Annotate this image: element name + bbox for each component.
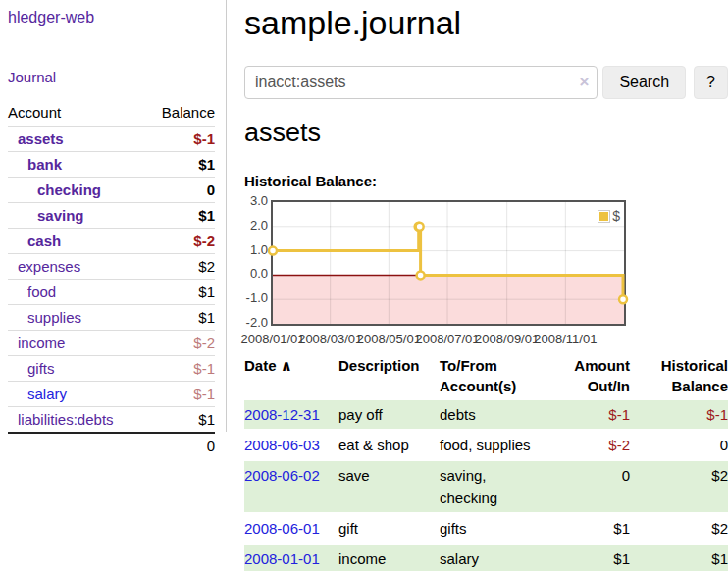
account-link[interactable]: assets [18, 130, 64, 147]
page-title: sample.journal [244, 4, 728, 42]
x-axis-tick-label: 2008/05/01 [357, 332, 421, 346]
register-row: 2008-06-01giftgifts$1$2 [244, 514, 728, 543]
chart-legend: $ [598, 208, 620, 224]
account-row: assets$-1 [8, 127, 215, 152]
account-balance: $2 [145, 254, 215, 280]
sidebar: hledger-web Journal Account Balance asse… [0, 0, 227, 432]
account-balance: $-2 [145, 229, 215, 254]
transaction-description: pay off [338, 400, 440, 429]
accounts-total-row: 0 [8, 433, 215, 458]
search-button[interactable]: Search [602, 66, 686, 99]
y-axis-tick-label: 2.0 [244, 218, 268, 233]
transaction-accounts: gifts [440, 514, 547, 543]
transaction-date-link[interactable]: 2008-01-01 [244, 550, 320, 567]
register-row: 2008-06-03eat & shopfood, supplies$-20 [244, 431, 728, 459]
clear-search-icon[interactable]: × [579, 73, 589, 92]
transaction-description: save [338, 461, 440, 512]
y-axis-tick-label: -2.0 [244, 315, 268, 330]
accounts-header-balance: Balance [145, 100, 215, 127]
sort-ascending-icon: ∧ [281, 357, 292, 374]
transaction-balance: $2 [630, 514, 728, 543]
transaction-balance: $2 [630, 461, 728, 512]
transaction-balance: $1 [630, 545, 728, 571]
account-row: bank$1 [8, 152, 215, 178]
transaction-accounts: saving, checking [440, 461, 547, 512]
transaction-amount: $1 [547, 514, 630, 543]
help-button[interactable]: ? [694, 66, 728, 99]
transaction-description: gift [338, 514, 440, 543]
register-header-balance: Historical Balance [630, 353, 728, 398]
account-balance: $1 [145, 203, 215, 229]
register-header-accounts: To/From Account(s) [440, 353, 547, 398]
chart-label: Historical Balance: [244, 173, 728, 189]
transaction-balance: 0 [630, 431, 728, 459]
account-balance: $-1 [145, 356, 215, 382]
account-link[interactable]: cash [27, 233, 61, 249]
chart-canvas [273, 202, 624, 324]
transaction-accounts: food, supplies [440, 431, 547, 459]
account-link[interactable]: food [27, 284, 56, 300]
sidebar-item-journal[interactable]: Journal [8, 69, 226, 85]
transaction-date-link[interactable]: 2008-06-02 [244, 467, 320, 484]
register-table: Date ∧ Description To/From Account(s) Am… [244, 351, 728, 571]
account-link[interactable]: bank [27, 156, 62, 173]
x-axis-tick-label: 2008/01/01 [240, 332, 304, 346]
account-link[interactable]: salary [27, 386, 67, 402]
account-row: expenses$2 [8, 254, 215, 280]
x-axis-tick-label: 2008/09/01 [475, 332, 539, 346]
account-link[interactable]: supplies [27, 309, 81, 326]
transaction-date-link[interactable]: 2008-12-31 [244, 406, 320, 423]
register-row: 2008-06-02savesaving, checking0$2 [244, 461, 728, 512]
chart-plot-area: $ [271, 200, 626, 326]
account-row: saving$1 [8, 203, 215, 229]
transaction-date-link[interactable]: 2008-06-03 [244, 437, 320, 453]
transaction-accounts: debts [440, 400, 547, 429]
register-row: 2008-12-31pay offdebts$-1$-1 [244, 400, 728, 429]
accounts-total-balance: 0 [145, 433, 215, 458]
x-axis-tick-label: 2008/03/01 [298, 332, 362, 346]
account-row: cash$-2 [8, 229, 215, 254]
account-balance: $-2 [145, 331, 215, 356]
accounts-header-account: Account [8, 100, 145, 127]
account-row: salary$-1 [8, 382, 215, 407]
account-row: supplies$1 [8, 305, 215, 331]
transaction-amount: 0 [547, 461, 630, 512]
search-input[interactable] [244, 66, 598, 99]
account-link[interactable]: checking [37, 182, 101, 198]
app-title-link[interactable]: hledger-web [8, 9, 94, 26]
historical-balance-chart: $ 3.02.01.00.0-1.0-2.02008/01/012008/03/… [244, 198, 728, 347]
account-balance: $-1 [145, 127, 215, 152]
register-header-amount: Amount Out/In [547, 353, 630, 398]
account-row: food$1 [8, 280, 215, 305]
account-row: gifts$-1 [8, 356, 215, 382]
transaction-amount: $-2 [547, 431, 630, 459]
account-link[interactable]: income [18, 335, 65, 351]
legend-label: $ [612, 208, 620, 224]
transaction-amount: $1 [547, 545, 630, 571]
account-link[interactable]: saving [37, 207, 84, 224]
transaction-date-link[interactable]: 2008-06-01 [244, 520, 320, 537]
transaction-amount: $-1 [547, 400, 630, 429]
main-content: sample.journal × Search ? assets Histori… [244, 0, 728, 571]
transaction-balance: $-1 [630, 400, 728, 429]
transaction-description: eat & shop [338, 431, 440, 459]
y-axis-tick-label: 1.0 [244, 242, 268, 257]
search-form: × Search ? [244, 66, 728, 99]
account-row: income$-2 [8, 331, 215, 356]
x-axis-tick-label: 2008/11/01 [534, 332, 597, 346]
account-balance: $-1 [145, 382, 215, 407]
register-header-date[interactable]: Date ∧ [244, 353, 338, 398]
y-axis-tick-label: -1.0 [244, 290, 268, 305]
x-axis-tick-label: 2008/07/01 [415, 332, 479, 346]
y-axis-tick-label: 0.0 [244, 266, 268, 281]
legend-swatch-icon [598, 210, 610, 223]
account-link[interactable]: expenses [18, 258, 80, 275]
account-row: liabilities:debts$1 [8, 407, 215, 434]
account-link[interactable]: liabilities:debts [18, 411, 114, 428]
transaction-accounts: salary [440, 545, 547, 571]
account-link[interactable]: gifts [27, 360, 55, 377]
account-balance: 0 [145, 178, 215, 203]
account-row: checking0 [8, 178, 215, 203]
register-row: 2008-01-01incomesalary$1$1 [244, 545, 728, 571]
accounts-table: Account Balance assets$-1bank$1checking0… [8, 100, 215, 458]
